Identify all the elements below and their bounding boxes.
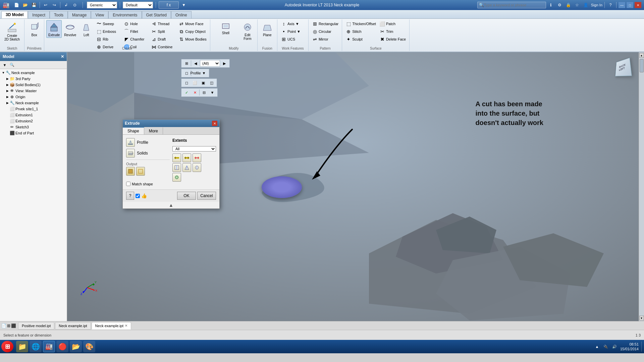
taskbar-show-desktop[interactable]: [641, 342, 643, 352]
taskbar-file-manager-btn[interactable]: 📁: [16, 341, 28, 352]
dlg-tab-more[interactable]: More: [144, 127, 163, 134]
tree-item-sketch3[interactable]: ▶ ✏ Sketch3: [0, 124, 67, 130]
viewport[interactable]: A cut has been madeinto the surface, but…: [67, 52, 644, 321]
tab-new-icon[interactable]: 📄: [1, 323, 6, 328]
taskbar-ie-btn[interactable]: 🌐: [30, 341, 42, 352]
ctx-view-btn[interactable]: ⊞: [182, 60, 191, 67]
search-input[interactable]: [484, 3, 544, 7]
flip-btn-2[interactable]: [182, 154, 191, 162]
flip-btn-3[interactable]: [193, 154, 201, 162]
tree-item-endofpart[interactable]: ▶ ⬛ End of Part: [0, 130, 67, 136]
ctx-check-btn[interactable]: ✓: [182, 89, 191, 96]
shell-btn[interactable]: Shell: [212, 20, 239, 36]
minimize-btn[interactable]: —: [619, 2, 625, 8]
move-face-btn[interactable]: ⇄Move Face: [177, 20, 208, 27]
box-btn[interactable]: Box: [26, 20, 42, 38]
thread-btn[interactable]: ⫷Thread: [150, 20, 176, 27]
footer-checkbox[interactable]: [136, 194, 140, 198]
ctx-profile-arrow[interactable]: ▼: [200, 69, 208, 77]
tree-item-solidbodies[interactable]: ▶ 📦 Solid Bodies(1): [0, 82, 67, 88]
match-shape-checkbox[interactable]: [126, 182, 130, 186]
tree-item-origin[interactable]: ▶ ⊕ Origin: [0, 94, 67, 100]
model-tree-content[interactable]: ▼ 🔧 Neck example ▶ 📁 3rd Party ▶ 📦 Solid…: [0, 69, 67, 321]
options-arrow[interactable]: ▼: [180, 1, 187, 9]
sketch-ellipse[interactable]: [262, 176, 302, 198]
hole-btn[interactable]: ⊙Hole: [122, 20, 149, 27]
lock-icon[interactable]: 🔒: [565, 1, 572, 9]
output-surface-btn[interactable]: [136, 167, 145, 176]
ctx-arrow-right[interactable]: ▶: [220, 60, 228, 67]
tree-item-viewmaster[interactable]: ▶ 👁 View: Master: [0, 88, 67, 94]
ctx-profile-btn[interactable]: Profile: [192, 69, 200, 77]
thicken-offset-btn[interactable]: ⬚Thicken/Offset: [344, 20, 377, 27]
model-tree-close-icon[interactable]: ✕: [61, 54, 64, 59]
tree-item-prvek[interactable]: ▶ ⬜ Prvek síte1_1: [0, 106, 67, 112]
output-solid-btn[interactable]: [126, 167, 135, 176]
extents-select[interactable]: All Distance To To Next Between: [172, 146, 216, 152]
trim-btn[interactable]: ✂Trim: [378, 28, 407, 35]
ctx-btn3c[interactable]: ▣: [199, 79, 207, 86]
cube-navigator[interactable]: BACKLEFT: [614, 59, 634, 79]
extrude-dialog-close-btn[interactable]: ✕: [212, 121, 217, 126]
solids-selector-btn[interactable]: [126, 149, 135, 158]
move-bodies-btn[interactable]: ⇅Move Bodies: [177, 36, 208, 43]
tab-online[interactable]: Online: [171, 11, 192, 18]
rib-btn[interactable]: ⊟Rib: [95, 36, 121, 43]
ctx-view-select[interactable]: (All): [200, 60, 220, 67]
tree-filter-icon[interactable]: ▼: [1, 62, 8, 68]
taskbar-network-icon[interactable]: 🔌: [603, 344, 609, 350]
footer-thumbs-icon[interactable]: 👍: [141, 193, 147, 198]
fillet-btn[interactable]: ⌒Fillet: [122, 28, 149, 35]
scrollbar-down-btn[interactable]: ▼: [639, 316, 644, 320]
tree-item-extrusion2[interactable]: ▶ ⬜ Extrusion2: [0, 118, 67, 124]
extrude-type-1-btn[interactable]: [172, 163, 181, 172]
ctx-profile-icon[interactable]: ◻: [182, 69, 191, 77]
qa-save-icon[interactable]: 💾: [30, 1, 38, 9]
profile-selector-btn[interactable]: [126, 138, 135, 147]
delete-face-btn[interactable]: ✖Delete Face: [378, 36, 407, 43]
mirror-btn[interactable]: ⇌Mirror: [311, 36, 340, 43]
tree-item-3rdparty[interactable]: ▶ 📁 3rd Party: [0, 76, 67, 82]
ctx-arrow-left[interactable]: ◀: [192, 60, 200, 67]
copy-object-btn[interactable]: ⧉Copy Object: [177, 28, 208, 35]
cancel-btn[interactable]: Cancel: [197, 192, 216, 200]
style-dropdown[interactable]: Default: [123, 2, 153, 8]
qa-redo-icon[interactable]: ↪: [51, 1, 58, 9]
split-btn[interactable]: ✂Split: [150, 28, 176, 35]
chamfer-btn[interactable]: ◤Chamfer: [122, 36, 149, 43]
dlg-tab-shape[interactable]: Shape: [123, 127, 144, 134]
taskbar-paint-btn[interactable]: 🎨: [83, 341, 95, 352]
start-btn[interactable]: ⊞: [1, 341, 13, 352]
tab-close-icon[interactable]: ✕: [125, 324, 127, 327]
tree-item-neckexample[interactable]: ▶ 🔧 Neck example: [0, 100, 67, 106]
tab-getstarted[interactable]: Get Started: [142, 11, 171, 18]
close-btn[interactable]: ✕: [635, 2, 641, 8]
tab-tools[interactable]: Tools: [50, 11, 68, 18]
qa-undo-icon[interactable]: ↩: [42, 1, 49, 9]
axis-btn[interactable]: ↕Axis ▼: [279, 20, 306, 27]
patch-btn[interactable]: ⬜Patch: [378, 20, 407, 27]
ctx-btn3a[interactable]: ◻: [182, 79, 191, 86]
edit-form-btn[interactable]: EditForm: [240, 20, 255, 42]
create-2d-sketch-btn[interactable]: Create2D Sketch: [2, 20, 22, 43]
tab-environments[interactable]: Environments: [108, 11, 142, 18]
profile-dropdown[interactable]: Generic: [87, 2, 117, 8]
info-icon[interactable]: ℹ: [547, 1, 555, 9]
ctx-btn3d[interactable]: ◫: [208, 79, 216, 86]
emboss-btn[interactable]: ⬚Emboss: [95, 28, 121, 35]
tab-neck-example-2[interactable]: Neck example.ipt ✕: [92, 322, 131, 329]
ctx-btn3b[interactable]: ⬜: [191, 79, 199, 86]
sculpt-btn[interactable]: ✦Sculpt: [344, 36, 377, 43]
user-icon[interactable]: 👤: [582, 1, 590, 9]
tab-layout-icon[interactable]: ⬛: [11, 323, 16, 328]
ctx-options-btn[interactable]: ⊟: [200, 89, 208, 96]
tab-view[interactable]: View: [91, 11, 108, 18]
cube-face[interactable]: BACKLEFT: [615, 58, 632, 76]
tree-search-icon[interactable]: 🔍: [9, 62, 15, 68]
scrollbar-up-btn[interactable]: ▲: [639, 53, 644, 58]
signin-btn[interactable]: Sign In: [591, 3, 602, 7]
tab-inspect[interactable]: Inspect: [28, 11, 50, 18]
rectangular-btn[interactable]: ⊞Rectangular: [311, 20, 340, 27]
taskbar-up-arrow[interactable]: ▲: [594, 344, 600, 350]
qa-wheel-icon[interactable]: ⊙: [71, 1, 78, 9]
